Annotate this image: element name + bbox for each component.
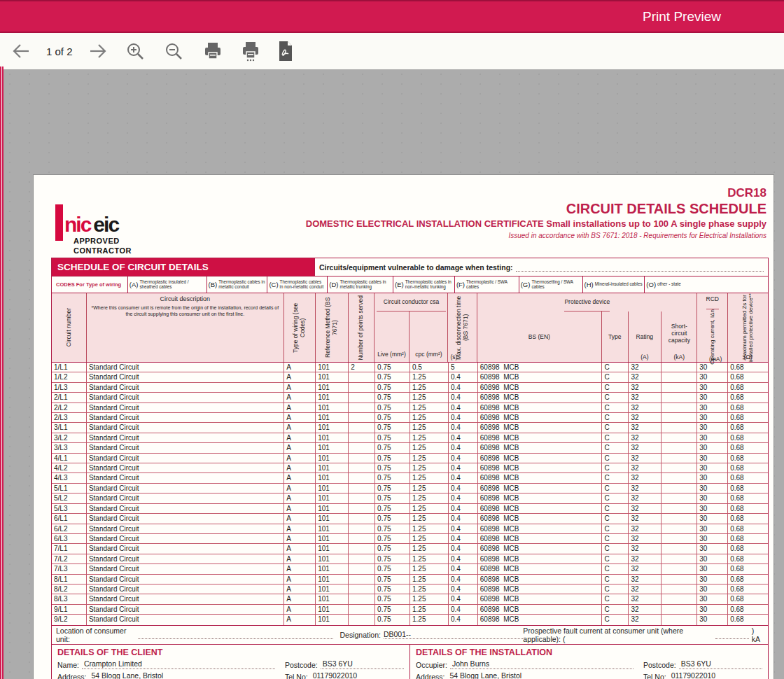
circuit-row[interactable]: 1/L2 Standard Circuit A 101 0.75 1.25 0.… xyxy=(52,372,768,382)
unit-seconds: (s) xyxy=(448,354,477,360)
unit-amps: (A) xyxy=(629,354,661,360)
toolbar: 1 of 2 xyxy=(0,33,784,69)
document-header: DCR18 CIRCUIT DETAILS SCHEDULE DOMESTIC … xyxy=(136,186,766,241)
location-label: Location of consumer unit: xyxy=(56,626,136,643)
client-details-box: DETAILS OF THE CLIENT Name:Crampton Limi… xyxy=(52,645,410,679)
installation-postcode-label: Postcode: xyxy=(643,661,676,669)
location-entry-line[interactable] xyxy=(138,631,332,639)
col-reference-method: Reference Method (BS 7671) xyxy=(325,293,339,362)
circuit-row[interactable]: 6/L3 Standard Circuit A 101 0.75 1.25 0.… xyxy=(52,534,768,544)
circuit-row[interactable]: 4/L2 Standard Circuit A 101 0.75 1.25 0.… xyxy=(52,463,768,473)
magnifier-minus-icon xyxy=(164,42,183,61)
wiring-code-cell: (H) Mineral-insulated cables xyxy=(582,276,645,293)
installation-address-value[interactable]: 54 Blogg Lane, Bristol xyxy=(447,671,634,679)
circuit-row[interactable]: 5/L2 Standard Circuit A 101 0.75 1.25 0.… xyxy=(52,493,768,503)
installation-details-title: DETAILS OF THE INSTALLATION xyxy=(416,648,762,657)
circuit-row[interactable]: 2/L1 Standard Circuit A 101 0.75 1.25 0.… xyxy=(52,393,768,402)
codes-label: CODES For Type of wiring xyxy=(52,276,127,293)
circuit-row[interactable]: 8/L1 Standard Circuit A 101 0.75 1.25 0.… xyxy=(52,575,768,584)
group-rcd: RCD xyxy=(706,291,719,309)
client-details-title: DETAILS OF THE CLIENT xyxy=(57,648,404,657)
installation-address-label: Address: xyxy=(416,673,444,679)
form-code: DCR18 xyxy=(136,186,766,200)
installation-tel-value[interactable]: 01179022010 xyxy=(669,671,762,679)
col-circuit-number: Circuit number xyxy=(66,308,73,346)
client-postcode-label: Postcode: xyxy=(285,661,318,669)
col-points-served: Number of points served xyxy=(358,295,365,360)
col-type-of-wiring: Type of wiring (see Codes) xyxy=(293,293,307,362)
circuit-table-header: Circuit number Circuit description *Wher… xyxy=(52,293,768,362)
circuit-row[interactable]: 9/L1 Standard Circuit A 101 0.75 1.25 0.… xyxy=(52,605,768,615)
client-address-label: Address: xyxy=(57,673,86,679)
fault-current-entry[interactable] xyxy=(715,631,749,639)
logo-eic-text: eic xyxy=(93,214,118,235)
wiring-code-cell: (F) Thermoplastic / SWA cables xyxy=(454,276,519,293)
circuit-row[interactable]: 4/L1 Standard Circuit A 101 0.75 1.25 0.… xyxy=(52,454,768,463)
col-type: Type xyxy=(602,312,629,362)
print-button[interactable] xyxy=(203,41,223,61)
unit-ma: (mA) xyxy=(709,356,716,363)
installation-details-box: DETAILS OF THE INSTALLATION Occupier:Joh… xyxy=(410,645,768,679)
schedule-form: SCHEDULE OF CIRCUIT DETAILS Circuits/equ… xyxy=(51,258,769,679)
col-cpc: cpc (mm²) xyxy=(410,312,448,362)
circuit-row[interactable]: 1/L3 Standard Circuit A 101 0.75 1.25 0.… xyxy=(52,383,768,393)
designation-label: Designation: xyxy=(340,631,381,639)
col-circuit-description: Circuit description xyxy=(160,295,211,302)
document-page: nic eic APPROVED CONTRACTOR DCR18 CIRCUI… xyxy=(33,174,774,679)
consumer-unit-row: Location of consumer unit: Designation: … xyxy=(52,625,768,644)
client-postcode-value[interactable]: BS3 6YU xyxy=(321,659,404,669)
circuit-row[interactable]: 2/L2 Standard Circuit A 101 0.75 1.25 0.… xyxy=(52,403,768,413)
wiring-code-cell: (A) Thermoplastic insulated / sheathed c… xyxy=(127,276,206,293)
circuit-row[interactable]: 7/L3 Standard Circuit A 101 0.75 1.25 0.… xyxy=(52,564,768,574)
document-subtitle: DOMESTIC ELECTRICAL INSTALLATION CERTIFI… xyxy=(136,217,766,231)
installation-postcode-value[interactable]: BS3 6YU xyxy=(679,659,762,669)
printer-dots-icon xyxy=(241,41,260,62)
circuit-row[interactable]: 7/L1 Standard Circuit A 101 0.75 1.25 0.… xyxy=(52,544,768,554)
circuit-row[interactable]: 5/L1 Standard Circuit A 101 0.75 1.25 0.… xyxy=(52,484,768,493)
vulnerable-entry-line[interactable] xyxy=(516,263,764,272)
circuit-row[interactable]: 6/L1 Standard Circuit A 101 0.75 1.25 0.… xyxy=(52,514,768,524)
circuit-row[interactable]: 3/L1 Standard Circuit A 101 0.75 1.25 0.… xyxy=(52,423,768,433)
zoom-in-button[interactable] xyxy=(126,42,145,61)
designation-value[interactable]: DB001-- xyxy=(384,630,523,639)
unit-ohm: (Ω) xyxy=(728,354,768,360)
client-tel-value[interactable]: 01179022010 xyxy=(311,671,404,679)
circuit-row[interactable]: 6/L2 Standard Circuit A 101 0.75 1.25 0.… xyxy=(52,524,768,534)
arrow-right-icon xyxy=(88,42,108,60)
occupier-label: Occupier: xyxy=(416,661,447,669)
group-protective-device: Protective device xyxy=(564,293,610,312)
client-name-value[interactable]: Crampton Limited xyxy=(82,659,275,669)
wiring-code-cell: (O) other - state xyxy=(644,276,768,293)
client-address-value[interactable]: 54 Blogg Lane, Bristol xyxy=(89,671,275,679)
circuit-row[interactable]: 1/L1 Standard Circuit A 101 2 0.75 0.5 5… xyxy=(52,363,768,372)
circuit-row[interactable]: 3/L3 Standard Circuit A 101 0.75 1.25 0.… xyxy=(52,443,768,453)
pdf-file-icon xyxy=(277,41,294,62)
circuit-row[interactable]: 4/L3 Standard Circuit A 101 0.75 1.25 0.… xyxy=(52,473,768,483)
page-indicator: 1 of 2 xyxy=(46,46,73,57)
window-left-edge xyxy=(0,66,4,679)
export-pdf-button[interactable] xyxy=(277,41,294,62)
logo-nic-text: nic xyxy=(64,214,90,235)
col-live: Live (mm²) xyxy=(374,312,410,362)
previous-page-button[interactable] xyxy=(11,42,31,60)
circuit-row[interactable]: 7/L2 Standard Circuit A 101 0.75 1.25 0.… xyxy=(52,554,768,564)
schedule-band-title: SCHEDULE OF CIRCUIT DETAILS xyxy=(52,258,314,276)
circuit-row[interactable]: 8/L3 Standard Circuit A 101 0.75 1.25 0.… xyxy=(52,594,768,604)
print-setup-button[interactable] xyxy=(241,41,260,62)
logo-contractor-text: CONTRACTOR xyxy=(74,246,132,256)
circuit-row[interactable]: 9/L2 Standard Circuit A 101 0.75 1.25 0.… xyxy=(52,615,768,624)
zoom-out-button[interactable] xyxy=(164,42,183,61)
magnifier-plus-icon xyxy=(126,42,145,61)
vulnerable-label: Circuits/equipment vulnerable to damage … xyxy=(319,263,513,272)
col-max-zs: Maximum permitted Zs for installed prote… xyxy=(741,293,754,362)
wiring-code-cell: (G) Thermosetting / SWA cables xyxy=(519,276,582,293)
occupier-value[interactable]: John Burns xyxy=(450,659,634,669)
circuit-row[interactable]: 2/L3 Standard Circuit A 101 0.75 1.25 0.… xyxy=(52,413,768,423)
circuit-row[interactable]: 3/L2 Standard Circuit A 101 0.75 1.25 0.… xyxy=(52,433,768,443)
circuit-row[interactable]: 5/L3 Standard Circuit A 101 0.75 1.25 0.… xyxy=(52,504,768,514)
next-page-button[interactable] xyxy=(88,42,108,60)
titlebar: Print Preview xyxy=(0,0,784,33)
circuit-row[interactable]: 8/L2 Standard Circuit A 101 0.75 1.25 0.… xyxy=(52,584,768,594)
client-tel-label: Tel No: xyxy=(285,673,308,679)
window-title: Print Preview xyxy=(643,9,784,24)
